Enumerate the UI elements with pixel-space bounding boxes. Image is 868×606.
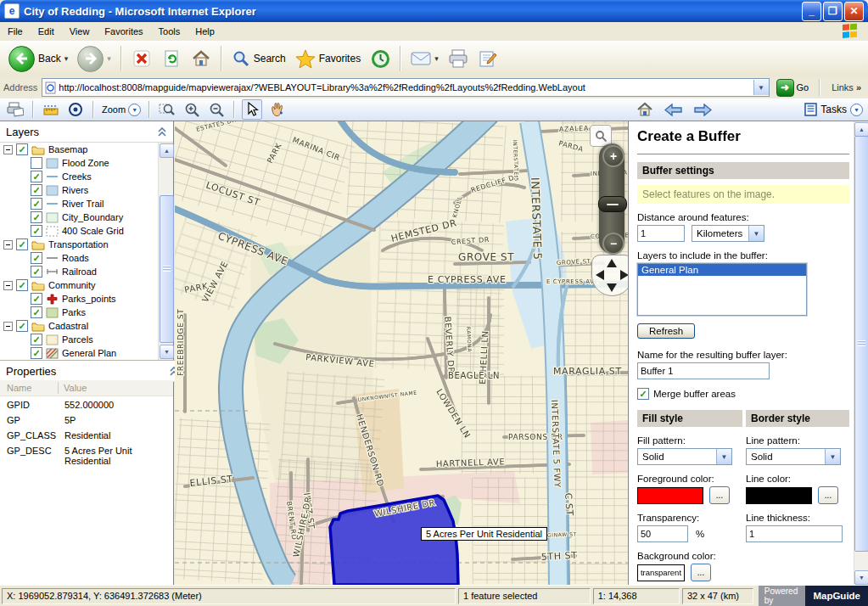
line-thickness-input[interactable] [746,525,843,542]
layer-row[interactable]: ✓Rivers [0,183,159,197]
background-color-picker-button[interactable]: ... [691,564,711,581]
scrollbar-thumb[interactable] [160,195,174,343]
layer-checkbox[interactable]: ✓ [31,198,42,210]
print-button[interactable] [445,45,472,72]
layer-checkbox[interactable] [31,157,42,169]
scrollbar-thumb[interactable] [854,136,868,552]
address-input[interactable] [57,80,753,95]
menu-view[interactable]: View [62,24,98,39]
zoom-rectangle-button[interactable] [157,99,177,120]
buffer-name-input[interactable] [637,362,770,379]
transparency-input[interactable] [637,525,688,542]
layer-checkbox[interactable]: ✓ [16,320,28,332]
pan-tool-button[interactable] [266,99,287,120]
layer-row[interactable]: ✓Parks_points [0,292,159,306]
go-button[interactable]: ➜ Go [774,79,812,97]
layer-checkbox[interactable]: ✓ [31,171,42,182]
previous-view-button[interactable] [664,99,684,120]
minimize-button[interactable]: _ [802,2,821,21]
menu-edit[interactable]: Edit [31,24,62,39]
address-dropdown[interactable]: ▼ [753,80,769,95]
maximize-button[interactable]: ❐ [823,2,843,21]
layer-row[interactable]: ✓Railroad [0,265,159,278]
favorites-button[interactable]: Favorites [292,48,364,70]
scroll-down-icon[interactable]: ▼ [160,345,174,359]
layer-checkbox[interactable]: ✓ [31,293,42,305]
layer-checkbox[interactable]: ✓ [31,211,42,223]
search-button[interactable]: Search [228,48,289,70]
scroll-up-icon[interactable]: ▲ [160,143,174,158]
layer-checkbox[interactable]: ✓ [31,306,42,318]
stop-button[interactable] [128,45,155,72]
pan-down-icon[interactable] [607,283,617,292]
buffer-layer-option[interactable]: General Plan [638,264,806,276]
layer-row[interactable]: ✓General Plan [0,346,159,360]
layers-scrollbar[interactable]: ▲ ▼ [158,143,173,360]
layer-checkbox[interactable]: ✓ [31,225,42,237]
layer-checkbox[interactable]: ✓ [31,266,42,278]
layer-row[interactable]: ✓Roads [0,251,159,265]
zoom-out-slider-button[interactable]: − [602,233,624,255]
layer-group-row[interactable]: ✓Transportation [0,238,159,251]
pan-up-icon[interactable] [607,259,617,267]
menu-tools[interactable]: Tools [151,24,188,39]
zoom-menu-button[interactable]: Zoom ▼ [101,99,142,120]
measure-tool-button[interactable] [41,99,61,120]
menu-help[interactable]: Help [188,24,222,39]
links-button[interactable]: Links » [828,82,865,93]
fill-pattern-select[interactable]: Solid ▼ [637,448,732,465]
pan-control[interactable] [591,255,628,296]
distance-input[interactable] [637,225,685,242]
forward-button[interactable]: ▾ [74,44,115,74]
zoom-slider-handle[interactable] [598,196,627,212]
layer-checkbox[interactable]: ✓ [16,143,28,155]
zoom-in-slider-button[interactable]: + [602,145,624,167]
close-button[interactable]: ✕ [844,2,864,21]
tree-collapse-icon[interactable] [3,281,13,290]
zoom-in-button[interactable] [182,99,202,120]
menu-file[interactable]: File [0,24,31,39]
scroll-down-icon[interactable]: ▼ [854,570,868,585]
tree-collapse-icon[interactable] [3,145,13,154]
zoom-out-button[interactable] [206,99,227,120]
layer-group-row[interactable]: ✓Community [0,278,159,292]
menu-favorites[interactable]: Favorites [97,24,150,39]
print-map-button[interactable] [5,99,25,120]
task-pane-scrollbar[interactable]: ▲ ▼ [854,121,868,586]
buffer-layers-listbox[interactable]: General Plan [637,263,807,316]
layer-checkbox[interactable]: ✓ [16,279,28,291]
refresh-layers-button[interactable]: Refresh [637,323,695,339]
merge-buffer-checkbox[interactable]: ✓ [637,388,649,400]
edit-button[interactable] [474,45,501,72]
layer-checkbox[interactable]: ✓ [31,184,42,196]
layer-checkbox[interactable]: ✓ [31,347,42,359]
layer-row[interactable]: ✓400 Scale Grid [0,224,159,238]
map-canvas[interactable]: LOCUST STCYPRESS AVEE CYPRESS AVEPARKMAR… [175,121,628,586]
line-color-picker-button[interactable]: ... [818,486,838,504]
pan-right-icon[interactable] [620,270,628,280]
home-button[interactable] [188,45,215,72]
distance-unit-select[interactable]: Kilometers ▼ [692,225,764,242]
scroll-up-icon[interactable]: ▲ [854,122,868,137]
layer-row[interactable]: ✓City_Boundary [0,210,159,224]
mail-dropdown[interactable]: ▾ [434,54,439,63]
layer-checkbox[interactable]: ✓ [16,238,28,250]
back-dropdown[interactable]: ▾ [64,54,69,63]
line-pattern-select[interactable]: Solid ▼ [746,448,841,465]
mail-button[interactable]: ▾ [407,49,442,68]
layer-checkbox[interactable]: ✓ [31,252,42,264]
layer-checkbox[interactable]: ✓ [31,334,42,345]
tree-collapse-icon[interactable] [3,322,13,331]
layer-row[interactable]: ✓Creeks [0,170,159,183]
layer-row[interactable]: ✓Parcels [0,333,159,346]
buffer-tool-button[interactable] [65,99,86,120]
layer-group-row[interactable]: ✓Cadastral [0,319,159,333]
back-button[interactable]: Back ▾ [5,44,71,74]
layer-row[interactable]: ✓Parks [0,306,159,319]
tree-collapse-icon[interactable] [3,240,13,250]
layer-group-row[interactable]: ✓Basemap [0,143,159,156]
pan-left-icon[interactable] [596,270,604,280]
foreground-color-picker-button[interactable]: ... [709,486,730,504]
forward-dropdown[interactable]: ▾ [107,54,111,63]
initial-view-button[interactable] [635,99,655,120]
